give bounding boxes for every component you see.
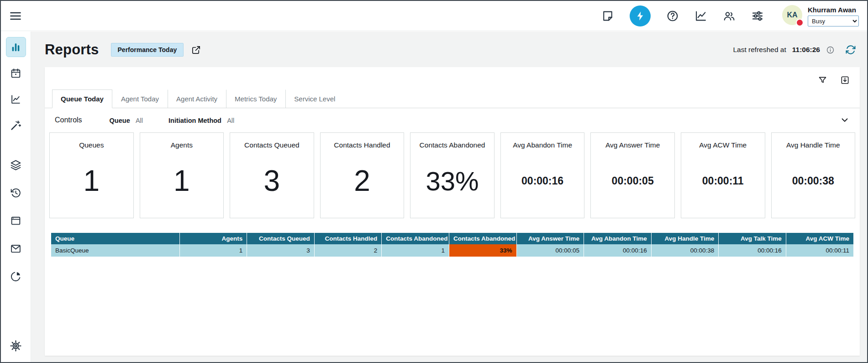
metric-label: Avg Abandon Time [513,133,572,149]
cell-avg-answer-time: 00:00:05 [516,244,584,257]
refresh-icon[interactable] [845,44,856,55]
quick-actions-button[interactable] [630,5,651,26]
metric-value: 1 [83,149,100,218]
metric-value: 00:00:38 [792,149,834,218]
metric-card-contacts-abandoned: Contacts Abandoned 33% [410,132,494,218]
sidebar-item-settings[interactable] [6,336,26,356]
metric-cards-row: Queues 1 Agents 1 Contacts Queued 3 Cont… [45,130,860,223]
window-icon [10,215,21,226]
cell-contacts-handled: 2 [314,244,382,257]
card-toolbar [45,67,860,87]
users-icon[interactable] [723,10,736,22]
external-link-icon[interactable] [191,45,201,55]
cell-avg-handle-time: 00:00:38 [651,244,719,257]
status-select[interactable]: Busy [808,16,859,26]
tab-metrics-today[interactable]: Metrics Today [226,89,285,108]
user-area: KA Khurram Awan Busy [782,5,859,26]
menu-icon[interactable] [9,10,22,22]
wand-icon [10,120,21,131]
help-icon[interactable] [666,10,679,22]
notes-icon[interactable] [601,10,614,22]
metric-value: 1 [174,149,190,218]
table-row: BasicQueue 1 3 2 1 33% 00:00:05 00:00:16… [51,244,853,257]
mail-icon [10,243,21,254]
sidebar-item-apps[interactable] [6,210,26,231]
metric-label: Contacts Queued [244,133,300,149]
avatar-initials: KA [787,11,797,19]
tab-queue-today[interactable]: Queue Today [52,89,112,108]
metric-card-contacts-queued: Contacts Queued 3 [230,132,314,218]
sidebar-item-dashboards[interactable] [6,266,26,286]
tab-agent-activity[interactable]: Agent Activity [168,89,226,108]
column-header-avg-abandon-time[interactable]: Avg Abandon Time [584,233,652,244]
queue-filter-value: All [136,117,143,124]
download-icon[interactable] [840,75,850,85]
info-icon[interactable] [826,46,835,54]
metric-value: 00:00:05 [612,149,654,218]
lightning-icon [634,10,646,22]
cell-contacts-abandoned: 1 [382,244,449,257]
top-bar: KA Khurram Awan Busy [1,1,867,31]
refresh-area: Last refreshed at 11:06:26 [733,44,856,55]
sidebar-item-flows[interactable] [6,115,26,135]
queue-table-wrap: Queue Agents Contacts Queued Contacts Ha… [45,223,860,257]
cell-avg-talk-time: 00:00:16 [719,244,786,257]
metric-value: 3 [264,149,280,218]
metric-card-avg-acw-time: Avg ACW Time 00:00:11 [681,132,765,218]
cell-contacts-queued: 3 [247,244,315,257]
sidebar [1,32,31,362]
column-header-contacts-queued[interactable]: Contacts Queued [247,233,315,244]
tab-service-level[interactable]: Service Level [285,89,344,108]
sidebar-item-mail[interactable] [6,238,26,258]
metric-label: Contacts Handled [334,133,390,149]
user-name: Khurram Awan [808,6,859,14]
sidebar-item-history[interactable] [6,183,26,203]
metric-card-avg-abandon-time: Avg Abandon Time 00:00:16 [500,132,585,218]
metric-label: Queues [79,133,104,149]
avatar[interactable]: KA [782,5,802,25]
initiation-method-filter[interactable]: Initiation Method All [168,116,234,124]
history-icon [10,187,21,199]
metric-card-contacts-handled: Contacts Handled 2 [320,132,405,218]
queue-filter[interactable]: Queue All [110,116,143,124]
column-header-contacts-abandoned-pct[interactable]: Contacts Abandoned % [449,233,516,244]
column-header-avg-answer-time[interactable]: Avg Answer Time [516,233,584,244]
cell-avg-abandon-time: 00:00:16 [584,244,652,257]
metric-label: Avg Answer Time [605,133,660,149]
report-name-badge[interactable]: Performance Today [111,43,184,57]
column-header-avg-acw-time[interactable]: Avg ACW Time [786,233,853,244]
tab-agent-today[interactable]: Agent Today [112,89,168,108]
gear-icon [10,340,21,352]
metric-card-queues: Queues 1 [49,132,134,218]
column-header-avg-talk-time[interactable]: Avg Talk Time [719,233,786,244]
sidebar-item-calendar[interactable] [6,63,26,83]
metrics-icon[interactable] [694,10,707,22]
table-header-row: Queue Agents Contacts Queued Contacts Ha… [51,233,853,244]
last-refreshed-label: Last refreshed at [733,46,786,54]
column-header-contacts-handled[interactable]: Contacts Handled [314,233,382,244]
metric-label: Avg ACW Time [699,133,747,149]
filter-icon[interactable] [818,75,827,85]
pie-chart-icon [10,271,21,282]
sidebar-item-layers[interactable] [6,155,26,175]
controls-bar: Controls Queue All Initiation Method All [45,108,860,130]
page-header: Reports Performance Today Last refreshed… [31,32,867,65]
status-dot [797,20,803,26]
bar-chart-icon [10,42,21,53]
chevron-down-icon[interactable] [840,115,850,125]
metric-card-avg-handle-time: Avg Handle Time 00:00:38 [771,132,856,218]
sidebar-item-metrics[interactable] [6,89,26,109]
initiation-method-value: All [227,117,234,124]
line-chart-icon [10,94,21,105]
column-header-contacts-abandoned[interactable]: Contacts Abandoned [382,233,449,244]
cell-agents: 1 [179,244,247,257]
column-header-agents[interactable]: Agents [179,233,247,244]
metric-label: Avg Handle Time [786,133,840,149]
metric-card-agents: Agents 1 [140,132,224,218]
page-title: Reports [45,42,99,58]
column-header-queue[interactable]: Queue [51,233,179,244]
column-header-avg-handle-time[interactable]: Avg Handle Time [651,233,719,244]
cell-queue-name: BasicQueue [51,244,179,257]
sliders-icon[interactable] [751,10,764,22]
sidebar-item-reports[interactable] [6,37,26,57]
